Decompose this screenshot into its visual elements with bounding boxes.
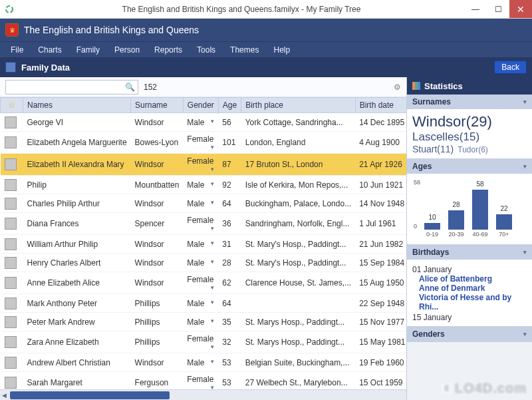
search-box[interactable]: 🔍	[5, 80, 138, 95]
cell-age: 35	[218, 313, 241, 331]
scrollbar-thumb[interactable]	[10, 391, 170, 399]
table-row[interactable]: Peter Mark AndrewPhillipsMale▾35St. Mary…	[1, 313, 407, 331]
cell-gender: Female▾	[183, 372, 218, 390]
table-row[interactable]: Mark Anthony PeterPhillipsMale▾6422 Sep …	[1, 294, 407, 313]
table-row[interactable]: Elizabeth II Alexandra MaryWindsorFemale…	[1, 154, 407, 176]
chevron-down-icon[interactable]: ▾	[211, 317, 214, 324]
cell-birthplace: 17 Bruton St., London	[241, 154, 355, 176]
cell-age: 64	[218, 194, 241, 213]
panel-genders-header[interactable]: Genders ▾	[407, 327, 532, 341]
table-row[interactable]: Henry Charles AlbertWindsorMale▾28St. Ma…	[1, 254, 407, 272]
menu-file[interactable]: File	[4, 43, 30, 57]
cell-birthplace: St. Marys Hosp., Paddingt...	[241, 313, 355, 331]
table-row[interactable]: PhilipMountbattenMale▾92Isle of Kerkira,…	[1, 176, 407, 194]
menu-reports[interactable]: Reports	[148, 43, 189, 57]
chevron-down-icon[interactable]: ▾	[211, 144, 214, 150]
col-surname[interactable]: Surname	[131, 98, 184, 113]
chevron-down-icon[interactable]: ▾	[211, 343, 214, 350]
app-header: ♛ The English and British Kings and Quee…	[0, 19, 532, 41]
chevron-down-icon: ▾	[523, 249, 527, 256]
cell-surname: Windsor	[131, 113, 184, 132]
xaxis-label: 40-69	[472, 231, 488, 238]
cell-age: 87	[218, 154, 241, 176]
table-row[interactable]: Zara Anne ElizabethPhillipsFemale▾32St. …	[1, 331, 407, 353]
gear-icon[interactable]: ⚙	[394, 83, 401, 92]
birthday-person[interactable]: Anne of Denmark	[412, 284, 527, 293]
table-row[interactable]: Elizabeth Angela MargueriteBowes-LyonFem…	[1, 132, 407, 154]
horizontal-scrollbar[interactable]: ◀	[0, 389, 406, 400]
surname-cloud: Windsor(29)Lascelles(15)Stuart(11)Tudor(…	[407, 109, 532, 158]
table-row[interactable]: William Arthur PhilipWindsorMale▾31St. M…	[1, 235, 407, 254]
menu-charts[interactable]: Charts	[31, 43, 68, 57]
chevron-down-icon[interactable]: ▾	[211, 199, 214, 206]
table-row[interactable]: Anne Elizabeth AliceWindsorFemale▾62Clar…	[1, 272, 407, 294]
cell-surname: Windsor	[131, 194, 184, 213]
chevron-down-icon[interactable]: ▾	[211, 258, 214, 265]
minimize-button[interactable]: —	[464, 0, 487, 18]
col-favorite[interactable]: ☆	[1, 98, 23, 113]
cell-surname: Ferguson	[131, 372, 184, 390]
chevron-down-icon[interactable]: ▾	[211, 166, 214, 172]
menu-family[interactable]: Family	[70, 43, 106, 57]
menu-themes[interactable]: Themes	[223, 43, 265, 57]
cell-birthdate: 21 Jun 1982	[355, 235, 406, 254]
col-names[interactable]: Names	[23, 98, 131, 113]
menu-person[interactable]: Person	[108, 43, 146, 57]
col-birthplace[interactable]: Birth place	[241, 98, 355, 113]
menu-help[interactable]: Help	[267, 43, 297, 57]
birthday-person[interactable]: Alice of Battenberg	[412, 274, 527, 284]
chevron-down-icon[interactable]: ▾	[211, 358, 214, 365]
col-age[interactable]: Age	[218, 98, 241, 113]
close-button[interactable]: ✕	[509, 0, 532, 18]
cell-birthdate: 15 Aug 1950	[355, 272, 406, 294]
maximize-button[interactable]: ☐	[487, 0, 509, 18]
shield-icon: ♛	[5, 23, 19, 37]
cell-birthplace	[241, 294, 355, 313]
table-row[interactable]: George VIWindsorMale▾56York Cottage, San…	[1, 113, 407, 132]
cell-surname: Mountbatten	[131, 176, 184, 194]
table-row[interactable]: Andrew Albert ChristianWindsorMale▾53Bel…	[1, 353, 407, 372]
chevron-down-icon[interactable]: ▾	[211, 284, 214, 291]
stats-title: Statistics	[424, 81, 463, 91]
table-row[interactable]: Diana FrancesSpencerFemale▾36Sandringham…	[1, 213, 407, 235]
avatar	[5, 298, 17, 309]
panel-ages-header[interactable]: Ages ▾	[407, 159, 532, 174]
chevron-down-icon[interactable]: ▾	[211, 299, 214, 305]
col-gender[interactable]: Gender	[183, 98, 218, 113]
surname-tag[interactable]: Stuart(11)	[412, 144, 454, 154]
panel-ages: Ages ▾ 58 0 10285822 0-1920-3940-6970+	[407, 159, 532, 245]
panel-surnames-header[interactable]: Surnames ▾	[407, 95, 532, 109]
back-button[interactable]: Back	[494, 61, 527, 74]
chevron-down-icon[interactable]: ▾	[211, 118, 214, 124]
chevron-down-icon: ▾	[523, 99, 527, 105]
cell-names: George VI	[23, 113, 131, 132]
table-header-row: ☆ Names Surname Gender Age Birth place B…	[1, 98, 407, 113]
table-row[interactable]: Sarah MargaretFergusonFemale▾5327 Welbec…	[1, 372, 407, 390]
avatar	[5, 257, 17, 269]
row-avatar-cell	[1, 154, 23, 176]
statistics-header: Statistics	[407, 77, 532, 95]
panel-birthdays-header[interactable]: Birthdays ▾	[407, 245, 532, 260]
col-birthdate[interactable]: Birth date	[355, 98, 406, 113]
panel-surnames-title: Surnames	[412, 97, 451, 106]
row-avatar-cell	[1, 272, 23, 294]
search-icon[interactable]: 🔍	[125, 83, 135, 92]
surname-tag[interactable]: Windsor(29)	[412, 113, 492, 130]
cell-names: Philip	[23, 176, 131, 194]
menu-bar: FileChartsFamilyPersonReportsToolsThemes…	[0, 41, 532, 57]
cell-names: Sarah Margaret	[23, 372, 131, 390]
cell-birthplace: St. Mary's Hosp., Paddingt...	[241, 254, 355, 272]
menu-tools[interactable]: Tools	[190, 43, 222, 57]
surname-tag[interactable]: Lascelles(15)	[412, 130, 479, 143]
cell-age: 62	[218, 272, 241, 294]
chevron-down-icon[interactable]: ▾	[211, 240, 214, 246]
surname-tag[interactable]: Tudor(6)	[458, 145, 488, 154]
table-row[interactable]: Charles Philip ArthurWindsorMale▾64Bucki…	[1, 194, 407, 213]
avatar	[5, 179, 17, 191]
birthday-person[interactable]: Victoria of Hesse and by Rhi...	[412, 293, 527, 311]
chevron-down-icon[interactable]: ▾	[211, 384, 214, 389]
chevron-down-icon[interactable]: ▾	[211, 180, 214, 187]
search-input[interactable]	[9, 83, 125, 92]
chevron-down-icon[interactable]: ▾	[211, 225, 214, 232]
scroll-left-icon[interactable]: ◀	[0, 392, 9, 399]
